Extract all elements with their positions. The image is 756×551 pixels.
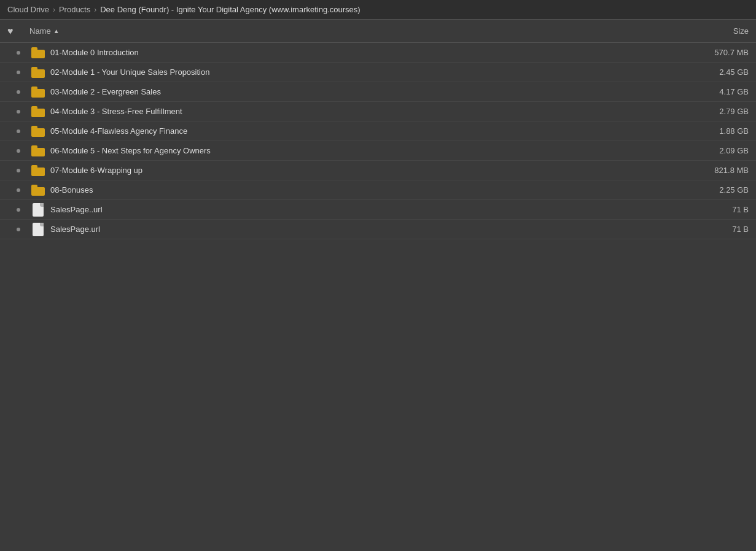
table-row[interactable]: SalesPage.url71 B bbox=[0, 220, 756, 239]
folder-icon bbox=[29, 47, 47, 58]
header-size[interactable]: Size bbox=[675, 26, 749, 36]
breadcrumb-sep-2: › bbox=[94, 6, 96, 14]
favorite-indicator bbox=[7, 110, 29, 114]
file-name: SalesPage..url bbox=[47, 205, 675, 214]
header-name[interactable]: Name ▲ bbox=[29, 26, 675, 36]
table-row[interactable]: 05-Module 4-Flawless Agency Finance1.88 … bbox=[0, 121, 756, 141]
favorite-indicator bbox=[7, 228, 29, 231]
favorite-indicator bbox=[7, 188, 29, 192]
favorite-indicator bbox=[7, 90, 29, 94]
folder-icon bbox=[29, 126, 47, 137]
table-row[interactable]: 07-Module 6-Wrapping up821.8 MB bbox=[0, 161, 756, 180]
table-row[interactable]: 04-Module 3 - Stress-Free Fulfillment2.7… bbox=[0, 102, 756, 121]
sort-arrow-icon: ▲ bbox=[53, 28, 60, 34]
file-size: 2.45 GB bbox=[675, 67, 749, 77]
favorite-indicator bbox=[7, 51, 29, 55]
file-icon bbox=[29, 203, 47, 217]
file-name: 08-Bonuses bbox=[47, 185, 675, 195]
header-favorite: ♥ bbox=[7, 26, 29, 37]
file-size: 2.25 GB bbox=[675, 185, 749, 195]
file-name: 02-Module 1 - Your Unique Sales Proposit… bbox=[47, 67, 675, 77]
table-row[interactable]: 01-Module 0 Introduction570.7 MB bbox=[0, 43, 756, 63]
breadcrumb: Cloud Drive › Products › Dee Deng (Found… bbox=[0, 0, 756, 20]
file-size: 71 B bbox=[675, 225, 749, 234]
folder-icon bbox=[29, 145, 47, 156]
favorite-indicator bbox=[7, 208, 29, 212]
table-row[interactable]: 03-Module 2 - Evergreen Sales4.17 GB bbox=[0, 82, 756, 102]
file-size: 2.09 GB bbox=[675, 146, 749, 155]
folder-icon bbox=[29, 106, 47, 117]
file-name: 07-Module 6-Wrapping up bbox=[47, 166, 675, 175]
breadcrumb-parent[interactable]: Products bbox=[59, 5, 90, 14]
breadcrumb-root[interactable]: Cloud Drive bbox=[7, 5, 49, 14]
folder-icon bbox=[29, 185, 47, 196]
file-name: 04-Module 3 - Stress-Free Fulfillment bbox=[47, 107, 675, 116]
folder-icon bbox=[29, 87, 47, 98]
file-name: SalesPage.url bbox=[47, 225, 675, 234]
file-size: 71 B bbox=[675, 205, 749, 214]
favorite-indicator bbox=[7, 149, 29, 153]
file-size: 1.88 GB bbox=[675, 126, 749, 136]
file-name: 03-Module 2 - Evergreen Sales bbox=[47, 87, 675, 96]
breadcrumb-sep-1: › bbox=[53, 6, 55, 14]
folder-icon bbox=[29, 67, 47, 78]
favorite-indicator bbox=[7, 71, 29, 74]
table-header: ♥ Name ▲ Size bbox=[0, 20, 756, 43]
file-name: 05-Module 4-Flawless Agency Finance bbox=[47, 126, 675, 136]
table-row[interactable]: 08-Bonuses2.25 GB bbox=[0, 180, 756, 200]
table-row[interactable]: 06-Module 5 - Next Steps for Agency Owne… bbox=[0, 141, 756, 161]
file-name: 01-Module 0 Introduction bbox=[47, 48, 675, 57]
file-size: 4.17 GB bbox=[675, 87, 749, 96]
favorite-indicator bbox=[7, 169, 29, 172]
breadcrumb-current: Dee Deng (Foundr) - Ignite Your Digital … bbox=[100, 5, 360, 14]
file-size: 2.79 GB bbox=[675, 107, 749, 116]
table-row[interactable]: 02-Module 1 - Your Unique Sales Proposit… bbox=[0, 63, 756, 82]
file-list: 01-Module 0 Introduction570.7 MB02-Modul… bbox=[0, 43, 756, 239]
file-size: 570.7 MB bbox=[675, 48, 749, 57]
file-name: 06-Module 5 - Next Steps for Agency Owne… bbox=[47, 146, 675, 155]
folder-icon bbox=[29, 165, 47, 176]
table-row[interactable]: SalesPage..url71 B bbox=[0, 200, 756, 220]
file-icon bbox=[29, 223, 47, 236]
favorite-indicator bbox=[7, 129, 29, 133]
file-size: 821.8 MB bbox=[675, 166, 749, 175]
